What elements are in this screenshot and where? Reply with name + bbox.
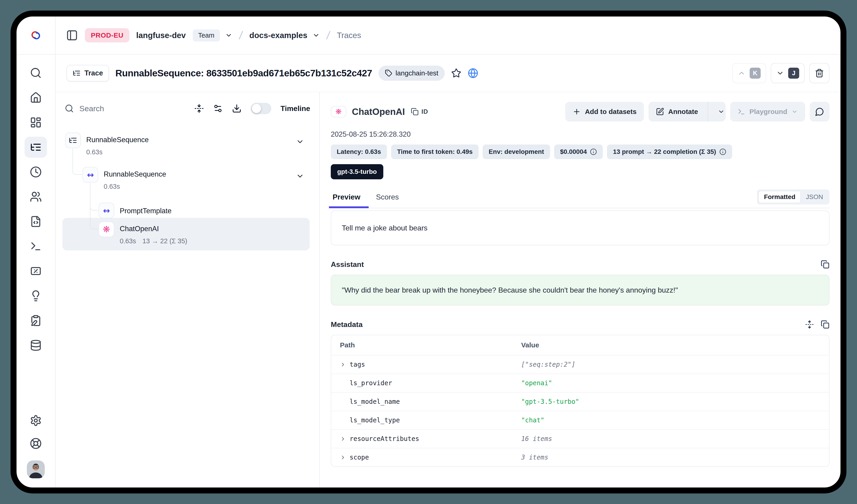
- trace-tag-label: langchain-test: [396, 69, 438, 77]
- shortcut-key-k: K: [750, 68, 761, 79]
- trace-title: RunnableSequence: 8633501eb9ad671eb65c7b…: [115, 68, 372, 79]
- list-tree-icon: [30, 141, 42, 153]
- copy-icon: [821, 260, 829, 269]
- trace-title-bar: Trace RunnableSequence: 8633501eb9ad671e…: [55, 55, 840, 92]
- sidebar-item-users[interactable]: [30, 191, 42, 203]
- tree-settings-button[interactable]: [213, 104, 223, 113]
- row-path: ls_model_name: [350, 398, 400, 405]
- org-name[interactable]: langfuse-dev: [136, 31, 186, 40]
- table-row: ls_model_name "gpt-3.5-turbo": [331, 392, 829, 411]
- main-column: PROD-EU langfuse-dev Team / docs-example…: [55, 17, 840, 487]
- copy-metadata-button[interactable]: [821, 320, 829, 329]
- token-usage-badge[interactable]: 13 prompt → 22 completion (Σ 35): [607, 144, 732, 159]
- annotate-dropdown[interactable]: [712, 108, 726, 115]
- observation-detail-panel: ❋ ChatOpenAI ID Add to datasets Ann: [320, 92, 840, 487]
- add-to-datasets-button[interactable]: Add to datasets: [565, 102, 644, 122]
- search-input[interactable]: [79, 104, 148, 113]
- terminal-icon: [738, 108, 745, 116]
- tree-node-chat-openai[interactable]: ❋ ChatOpenAI 0.63s 13 → 22 (Σ 35): [99, 222, 187, 245]
- sidebar-item-settings[interactable]: [30, 415, 42, 427]
- copy-id-button[interactable]: ID: [411, 108, 428, 116]
- tree-search: [65, 104, 148, 113]
- assistant-message-text: "Why did the bear break up with the hone…: [342, 286, 678, 294]
- row-path: resourceAttributes: [350, 435, 419, 442]
- collapse-all-button[interactable]: [194, 104, 204, 113]
- model-badge[interactable]: gpt-3.5-turbo: [331, 164, 383, 179]
- sidebar-item-datasets[interactable]: [30, 340, 42, 351]
- playground-button[interactable]: Playground: [730, 102, 805, 122]
- delete-trace-button[interactable]: [809, 63, 829, 83]
- search-icon: [65, 104, 74, 113]
- project-dropdown[interactable]: [313, 32, 320, 39]
- sidebar-item-scores[interactable]: [30, 265, 42, 277]
- observation-timestamp: 2025-08-25 15:26:28.320: [331, 130, 829, 139]
- user-avatar[interactable]: [27, 460, 45, 478]
- row-value: 16 items: [521, 435, 820, 442]
- comments-button[interactable]: [810, 102, 829, 122]
- table-row[interactable]: tags ["seq:step:2"]: [331, 355, 829, 373]
- sidebar-item-dashboards[interactable]: [30, 117, 42, 128]
- next-trace-button[interactable]: J: [771, 63, 805, 83]
- table-row[interactable]: resourceAttributes 16 items: [331, 429, 829, 448]
- org-logo[interactable]: [17, 17, 55, 55]
- sidebar-item-annotation[interactable]: [30, 315, 42, 327]
- collapse-node-button[interactable]: [296, 172, 304, 180]
- project-name[interactable]: docs-examples: [249, 31, 307, 40]
- format-formatted-option[interactable]: Formatted: [758, 191, 801, 203]
- trace-tag[interactable]: langchain-test: [379, 66, 445, 81]
- expand-metadata-button[interactable]: [805, 320, 814, 329]
- timeline-label: Timeline: [281, 104, 310, 113]
- row-path: ls_model_type: [350, 416, 400, 424]
- metadata-section-header: Metadata: [331, 320, 829, 329]
- dashboard-icon: [30, 117, 42, 128]
- database-icon: [30, 340, 42, 351]
- format-json-option[interactable]: JSON: [801, 191, 828, 203]
- org-dropdown[interactable]: [225, 32, 232, 39]
- sidebar-item-home[interactable]: [30, 92, 42, 104]
- sidebar-item-search[interactable]: [30, 67, 42, 79]
- app-window: PROD-EU langfuse-dev Team / docs-example…: [11, 11, 846, 493]
- avatar-photo: [27, 460, 45, 478]
- bookmark-star-button[interactable]: [451, 68, 461, 78]
- metadata-table-header: Path Value: [331, 335, 829, 355]
- prev-trace-button[interactable]: K: [732, 63, 766, 83]
- tree-node-root[interactable]: RunnableSequence 0.63s: [65, 133, 149, 156]
- user-message-box: Tell me a joke about bears: [331, 210, 829, 245]
- sidebar-item-playground[interactable]: [30, 240, 42, 252]
- users-icon: [30, 191, 42, 203]
- content-split: Timeline RunnableSequence 0.63s: [55, 92, 840, 487]
- tag-icon: [385, 69, 392, 77]
- id-label: ID: [421, 108, 428, 115]
- copy-icon: [821, 320, 829, 329]
- tree-node-chain[interactable]: ↔ RunnableSequence 0.63s: [83, 167, 166, 190]
- lightbulb-icon: [30, 290, 42, 302]
- breadcrumb-page[interactable]: Traces: [337, 31, 361, 40]
- tab-scores[interactable]: Scores: [374, 193, 401, 208]
- gear-icon: [30, 415, 42, 427]
- openai-icon: ❋: [103, 224, 110, 234]
- copy-assistant-button[interactable]: [821, 260, 829, 269]
- table-row[interactable]: scope 3 items: [331, 448, 829, 466]
- sidebar-item-sessions[interactable]: [30, 166, 42, 178]
- collapse-node-button[interactable]: [296, 138, 304, 146]
- org-type-badge: Team: [193, 29, 220, 41]
- panel-left-toggle[interactable]: [66, 29, 78, 41]
- timeline-toggle[interactable]: [251, 103, 271, 114]
- score-card-icon: [30, 265, 42, 277]
- sidebar-item-prompts[interactable]: [30, 215, 42, 227]
- sidebar-item-support[interactable]: [30, 437, 42, 449]
- shortcut-key-j: J: [788, 68, 799, 79]
- tree-node-prompt-template[interactable]: ↔ PromptTemplate: [99, 203, 172, 218]
- tab-preview[interactable]: Preview: [331, 193, 362, 208]
- cost-badge[interactable]: $0.00004: [554, 144, 603, 159]
- observation-title: ChatOpenAI: [352, 107, 405, 117]
- download-button[interactable]: [232, 104, 241, 113]
- environment-badge[interactable]: PROD-EU: [85, 28, 129, 42]
- sidebar-item-evaluation[interactable]: [30, 290, 42, 302]
- public-share-button[interactable]: [468, 68, 478, 79]
- node-duration: 0.63s: [104, 183, 120, 190]
- sidebar-item-tracing[interactable]: [24, 137, 47, 158]
- chevron-up-icon: [738, 69, 745, 77]
- annotate-split-button[interactable]: Annotate: [649, 102, 726, 122]
- row-value: 3 items: [521, 454, 820, 461]
